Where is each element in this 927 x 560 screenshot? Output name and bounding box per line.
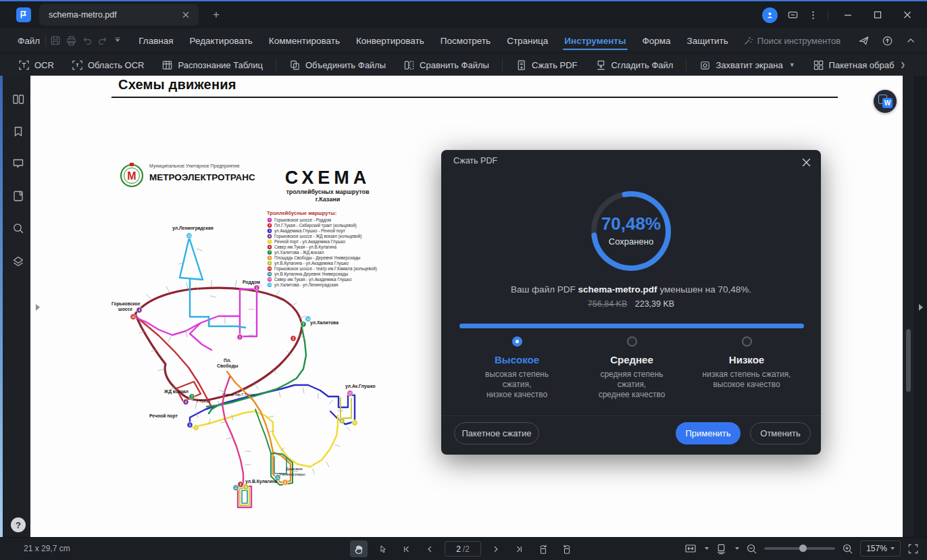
user-avatar[interactable] (762, 7, 778, 23)
radio-Среднее[interactable] (627, 336, 637, 347)
quick-tools-caret-icon[interactable] (113, 36, 122, 45)
annotations-panel-icon[interactable] (11, 189, 25, 203)
convert-to-word-badge[interactable]: W (874, 90, 897, 113)
map-title: СХЕМА (285, 168, 370, 188)
hand-tool-button[interactable] (350, 540, 368, 557)
map-route-cyan-13 (180, 238, 245, 328)
menu-Форма[interactable]: Форма (637, 30, 676, 51)
zoom-slider-thumb[interactable] (799, 544, 807, 552)
minimize-button[interactable] (838, 5, 858, 24)
redo-icon[interactable] (97, 35, 108, 46)
collapse-toolbar-icon[interactable] (905, 35, 916, 46)
zoom-slider[interactable] (764, 547, 835, 550)
previous-page-button[interactable] (421, 540, 439, 557)
statusbar: 21 x 29,7 cm 2 /2 (0, 537, 927, 560)
map-terminal-1: 1 (237, 334, 243, 340)
feedback-icon[interactable] (787, 9, 799, 21)
rotate-left-button[interactable] (534, 540, 552, 557)
option-label[interactable]: Среднее (574, 354, 689, 365)
menu-Редактировать[interactable]: Редактировать (184, 30, 258, 51)
page-display-caret-icon[interactable] (735, 547, 739, 550)
new-tab-button[interactable]: + (208, 7, 224, 23)
bookmarks-panel-icon[interactable] (11, 125, 25, 138)
tool-ocr-button[interactable]: OCR (9, 59, 63, 71)
print-icon[interactable] (66, 35, 77, 47)
fullscreen-button[interactable] (907, 543, 919, 555)
map-terminal-9: 9 (243, 484, 249, 490)
compression-slider[interactable] (459, 324, 804, 328)
svg-text:Горьковское шоссе - Роддом: Горьковское шоссе - Роддом (274, 218, 331, 223)
select-tool-button[interactable] (374, 540, 391, 557)
map-label: ул.Ленинградская (172, 226, 214, 231)
save-icon[interactable] (50, 35, 61, 46)
rotate-right-button[interactable] (558, 540, 576, 557)
map-route-loop-4-10 (135, 288, 302, 400)
fit-width-button[interactable] (684, 542, 697, 555)
left-panel-expander-icon[interactable] (36, 304, 40, 311)
first-page-button[interactable] (397, 540, 415, 557)
option-Среднее: Среднеесредняя степеньсжатия,среднее кач… (574, 336, 689, 400)
tool-label: Захватит экрана (716, 60, 782, 70)
legend-item-11: 11ул.В.Кулагина-Деревня Универсиады (268, 272, 349, 277)
svg-text:М: М (127, 170, 136, 182)
page-number-input[interactable]: 2 /2 (445, 541, 481, 557)
tool-compare-button[interactable]: Сравнить Файлы (395, 59, 498, 71)
app-logo-icon (16, 7, 31, 22)
tool-table-button[interactable]: Распознание Таблиц (153, 59, 272, 71)
send-icon[interactable] (858, 35, 870, 47)
tool-flatten-button[interactable]: Сгладить Файл (586, 59, 682, 71)
maximize-button[interactable] (868, 5, 888, 24)
legend-item-12: 12Сквер им.Тукая - ул.Академика Глушко (268, 277, 352, 282)
page-dimensions: 21 x 29,7 cm (24, 544, 70, 553)
next-page-button[interactable] (487, 540, 505, 557)
map-terminal-4: 4 (136, 307, 142, 313)
right-panel-expander-icon[interactable] (919, 304, 923, 311)
share-upload-icon[interactable] (882, 35, 893, 47)
option-label[interactable]: Высокое (459, 354, 574, 365)
option-label[interactable]: Низкое (689, 354, 804, 365)
tool-batch-button[interactable]: Пакетная обраб❯ (804, 59, 914, 71)
menu-Защитить[interactable]: Защитить (682, 30, 734, 51)
svg-text:13: 13 (268, 283, 272, 286)
undo-icon[interactable] (82, 35, 93, 46)
last-page-button[interactable] (511, 540, 528, 557)
map-terminal-12: 12 (347, 390, 353, 396)
tool-search[interactable]: Поиск инструментов (743, 36, 841, 46)
map-terminal-11: 11 (233, 485, 239, 490)
batch-compress-button[interactable]: Пакетное сжатие (454, 422, 539, 444)
cancel-button[interactable]: Отменить (750, 422, 811, 444)
thumbnails-panel-icon[interactable] (11, 93, 25, 106)
zoom-out-button[interactable] (746, 543, 757, 555)
menu-Комментировать[interactable]: Комментировать (264, 30, 345, 51)
more-menu-icon[interactable] (808, 10, 818, 20)
vertical-scrollbar[interactable] (906, 329, 911, 392)
route-map: ММуниципальное Унитарное ПредприятиеМЕТР… (110, 154, 394, 536)
tool-merge-button[interactable]: Объединить Файлы (280, 59, 395, 71)
help-button[interactable]: ? (11, 517, 26, 532)
tool-camera-button[interactable]: Захватит экрана▼ (691, 59, 803, 71)
search-panel-icon[interactable] (11, 222, 25, 235)
zoom-in-button[interactable] (842, 543, 853, 555)
tab-close-icon[interactable] (180, 9, 192, 21)
dialog-close-icon[interactable] (799, 155, 813, 169)
zoom-level-select[interactable]: 157% (860, 540, 901, 557)
comments-panel-icon[interactable] (11, 157, 25, 170)
menu-Страница[interactable]: Страница (501, 30, 553, 51)
menu-Посмотреть[interactable]: Посмотреть (435, 30, 496, 51)
radio-Высокое[interactable] (512, 336, 522, 347)
menu-Инструменты[interactable]: Инструменты (559, 30, 631, 51)
layers-panel-icon[interactable] (11, 255, 25, 268)
map-company-small: Муниципальное Унитарное Предприятие (149, 163, 240, 169)
fit-width-caret-icon[interactable] (705, 547, 709, 550)
tool-compress-button[interactable]: Сжать PDF (507, 59, 586, 71)
page-display-button[interactable] (716, 543, 727, 555)
radio-Низкое[interactable] (742, 336, 752, 347)
map-route-yellow-5 (192, 411, 338, 467)
close-window-button[interactable] (897, 5, 918, 24)
document-tab[interactable]: schema-metro.pdf (39, 4, 199, 26)
menu-file[interactable]: Файл (12, 33, 45, 49)
menu-Главная[interactable]: Главная (133, 30, 178, 51)
apply-button[interactable]: Применить (676, 422, 741, 444)
tool-ocr-area-button[interactable]: Область OCR (63, 59, 153, 71)
menu-Конвертировать[interactable]: Конвертировать (351, 30, 430, 51)
